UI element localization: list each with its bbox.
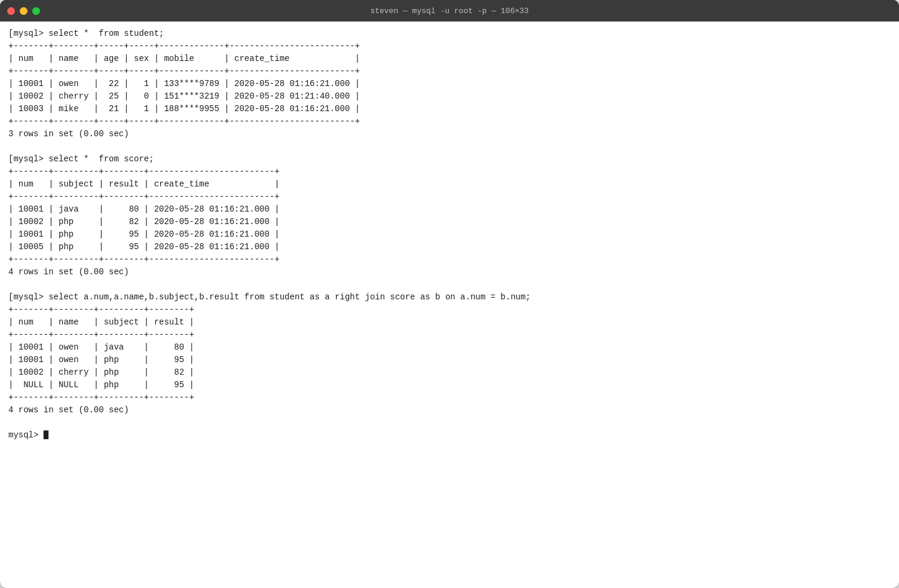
- terminal-output[interactable]: [mysql> select * from student; +-------+…: [0, 22, 899, 588]
- maximize-button[interactable]: [32, 7, 40, 15]
- minimize-button[interactable]: [20, 7, 27, 15]
- titlebar: steven — mysql -u root -p — 106×33: [0, 0, 899, 22]
- window-title: steven — mysql -u root -p — 106×33: [370, 7, 528, 16]
- traffic-lights: [7, 7, 40, 15]
- close-button[interactable]: [7, 7, 15, 15]
- terminal-window: steven — mysql -u root -p — 106×33 [mysq…: [0, 0, 899, 588]
